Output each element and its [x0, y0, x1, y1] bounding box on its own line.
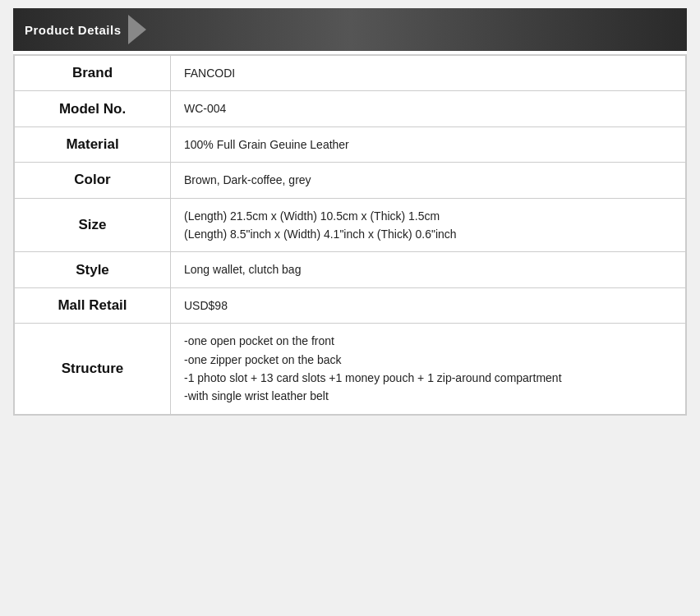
table-row: StyleLong wallet, clutch bag [15, 252, 686, 287]
product-details-table-container: BrandFANCODIModel No.WC-004Material100% … [13, 54, 687, 416]
row-value: 100% Full Grain Geuine Leather [171, 126, 686, 162]
row-value: Brown, Dark-coffee, grey [171, 163, 686, 198]
value-line: Long wallet, clutch bag [184, 260, 672, 278]
row-value: USD$98 [171, 287, 686, 323]
table-row: BrandFANCODI [15, 56, 686, 91]
row-label: Style [15, 252, 171, 287]
value-line: Brown, Dark-coffee, grey [184, 171, 672, 189]
value-line: (Length) 8.5"inch x (Width) 4.1"inch x (… [184, 225, 672, 243]
table-row: Model No.WC-004 [15, 91, 686, 126]
row-value: -one open pocket on the front-one zipper… [171, 324, 686, 415]
row-label: Brand [15, 56, 171, 91]
value-line: 100% Full Grain Geuine Leather [184, 136, 672, 154]
table-row: Mall RetailUSD$98 [15, 287, 686, 323]
row-label: Mall Retail [15, 287, 171, 323]
header-decoration [128, 15, 146, 44]
table-row: Structure-one open pocket on the front-o… [15, 324, 686, 415]
row-value: FANCODI [171, 56, 686, 91]
value-line: -1 photo slot + 13 card slots +1 money p… [184, 369, 672, 387]
header-title: Product Details [25, 23, 122, 37]
value-line: -one open pocket on the front [184, 332, 672, 350]
value-line: -with single wrist leather belt [184, 387, 672, 405]
product-details-table: BrandFANCODIModel No.WC-004Material100% … [14, 55, 686, 415]
row-label: Model No. [15, 91, 171, 126]
value-line: USD$98 [184, 297, 672, 315]
value-line: WC-004 [184, 99, 672, 117]
row-value: (Length) 21.5cm x (Width) 10.5cm x (Thic… [171, 198, 686, 252]
table-row: Material100% Full Grain Geuine Leather [15, 126, 686, 162]
row-label: Structure [15, 324, 171, 415]
value-line: -one zipper pocket on the back [184, 351, 672, 369]
row-label: Size [15, 198, 171, 252]
table-row: Size(Length) 21.5cm x (Width) 10.5cm x (… [15, 198, 686, 252]
row-label: Material [15, 126, 171, 162]
row-value: Long wallet, clutch bag [171, 252, 686, 287]
row-label: Color [15, 163, 171, 198]
row-value: WC-004 [171, 91, 686, 126]
page-wrapper: Product Details BrandFANCODIModel No.WC-… [13, 8, 687, 416]
value-line: (Length) 21.5cm x (Width) 10.5cm x (Thic… [184, 207, 672, 225]
header-bar: Product Details [13, 8, 687, 51]
value-line: FANCODI [184, 64, 672, 82]
table-row: ColorBrown, Dark-coffee, grey [15, 163, 686, 198]
